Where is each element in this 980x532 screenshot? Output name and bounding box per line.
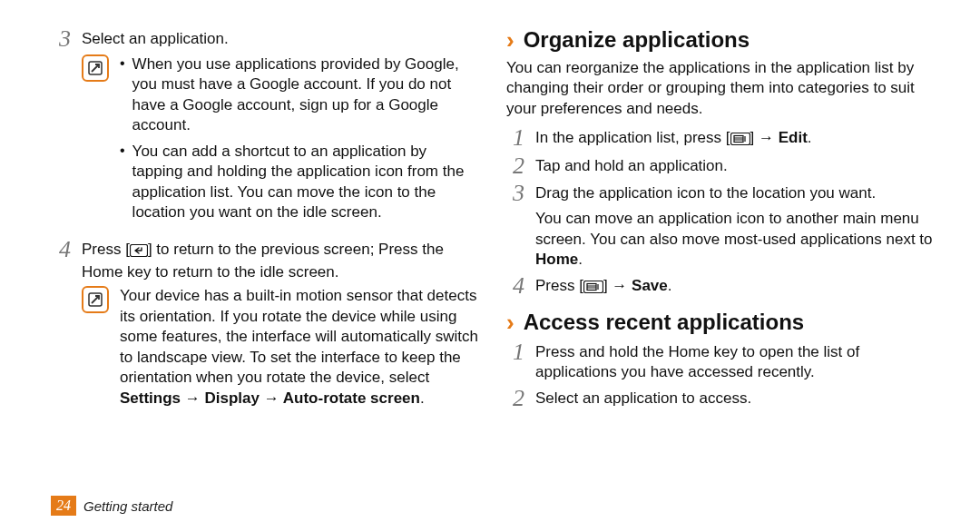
- footer-section: Getting started: [83, 498, 172, 514]
- step-number: 1: [506, 126, 524, 150]
- step-number: 3: [506, 182, 524, 205]
- note-bullet-text: You can add a shortcut to an application…: [132, 142, 481, 223]
- step-text: In the application list, press [] → Edit…: [535, 126, 935, 151]
- note-bullets: When you use applications provided by Go…: [120, 54, 481, 223]
- right-column: › Organize applications You can reorgani…: [506, 25, 935, 483]
- organize-step-3-cont: You can move an application icon to anot…: [535, 209, 935, 270]
- step-number: 1: [506, 340, 524, 364]
- step-text: Press and hold the Home key to open the …: [535, 340, 935, 383]
- back-key-icon: [130, 242, 148, 262]
- step-text: Drag the application icon to the locatio…: [535, 182, 935, 203]
- step-number: 4: [53, 238, 71, 261]
- note-icon: [82, 54, 109, 82]
- note-block-1: When you use applications provided by Go…: [82, 54, 481, 229]
- content-columns: 3 Select an application. When you: [53, 25, 936, 483]
- organize-step-3: 3 Drag the application icon to the locat…: [506, 182, 935, 205]
- chevron-icon: ›: [506, 28, 514, 52]
- step-number: 3: [53, 27, 71, 51]
- svg-rect-11: [587, 283, 596, 290]
- step-number: 4: [506, 274, 524, 298]
- page: 3 Select an application. When you: [0, 0, 980, 532]
- organize-step-1: 1 In the application list, press [] → Ed…: [506, 126, 935, 151]
- note-text: Your device has a built-in motion sensor…: [120, 286, 481, 409]
- step-text: Select an application to access.: [535, 387, 935, 409]
- menu-key-icon: [583, 279, 603, 299]
- note-bullet-text: When you use applications provided by Go…: [132, 54, 481, 136]
- svg-line-1: [92, 64, 99, 72]
- step-3: 3 Select an application.: [53, 27, 481, 51]
- note-block-2: Your device has a built-in motion sensor…: [82, 286, 481, 409]
- heading-organize: › Organize applications: [506, 25, 935, 54]
- page-number: 24: [51, 496, 76, 516]
- step-text: Press [] to return to the previous scree…: [82, 238, 481, 283]
- intro-text: You can reorganize the applications in t…: [506, 58, 935, 119]
- chevron-icon: ›: [506, 310, 514, 334]
- step-text: Select an application.: [82, 27, 481, 49]
- step-number: 2: [506, 387, 524, 410]
- step-4: 4 Press [] to return to the previous scr…: [53, 238, 481, 283]
- svg-rect-6: [734, 135, 743, 142]
- step-text: Tap and hold an application.: [535, 154, 935, 176]
- organize-step-4: 4 Press [] → Save.: [506, 274, 935, 299]
- step-text: Press [] → Save.: [535, 274, 935, 299]
- menu-key-icon: [730, 131, 750, 151]
- recent-step-2: 2 Select an application to access.: [506, 387, 935, 410]
- left-column: 3 Select an application. When you: [53, 25, 481, 483]
- heading-recent: › Access recent applications: [506, 308, 935, 337]
- step-number: 2: [506, 154, 524, 178]
- organize-step-2: 2 Tap and hold an application.: [506, 154, 935, 178]
- recent-step-1: 1 Press and hold the Home key to open th…: [506, 340, 935, 383]
- page-footer: 24 Getting started: [51, 483, 936, 516]
- svg-line-4: [92, 296, 99, 303]
- note-icon: [82, 286, 109, 313]
